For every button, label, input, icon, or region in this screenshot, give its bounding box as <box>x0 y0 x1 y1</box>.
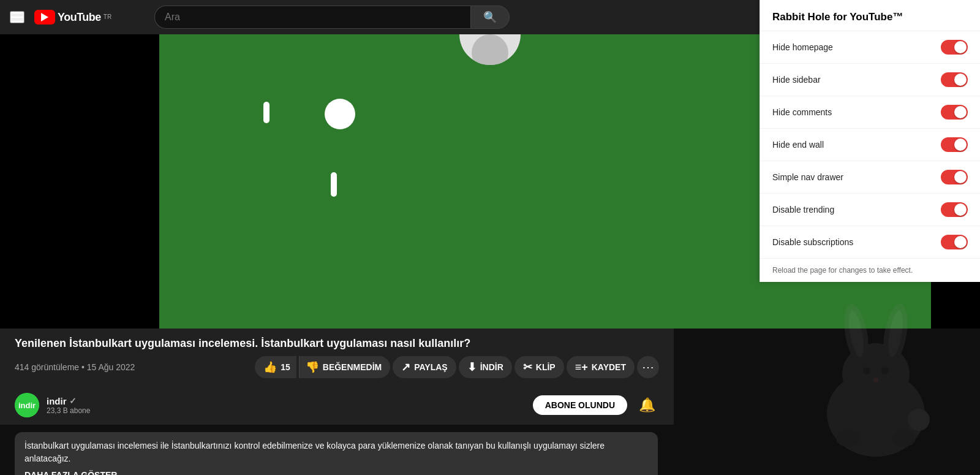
channel-subscribers: 23,3 B abone <box>47 406 526 415</box>
channel-name-text: indir <box>47 396 67 406</box>
video-dot-3 <box>331 172 337 197</box>
more-icon: ⋯ <box>642 360 654 374</box>
clip-label: KLİP <box>536 362 556 372</box>
panel-item-simple-nav-drawer: Simple nav drawer <box>760 161 980 194</box>
channel-name-row: indir ✓ <box>47 396 526 406</box>
toggle-thumb <box>954 41 967 53</box>
channel-row: indir indir ✓ 23,3 B abone ABONE OLUNDU … <box>0 386 674 425</box>
simple-nav-drawer-label: Simple nav drawer <box>772 172 843 182</box>
toggle-thumb <box>954 139 967 151</box>
dislike-button[interactable]: 👎 BEĞENMEDİM <box>299 356 390 378</box>
share-icon: ↗ <box>401 360 410 374</box>
disable-trending-toggle[interactable] <box>941 202 968 217</box>
youtube-logo-icon <box>34 10 55 25</box>
clip-icon: ✂ <box>523 360 532 374</box>
video-dot-2 <box>263 102 270 123</box>
panel-footer-text: Reload the page for changes to take effe… <box>772 266 913 275</box>
share-button[interactable]: ↗ PAYLAŞ <box>393 356 456 378</box>
hide-end-wall-label: Hide end wall <box>772 140 824 150</box>
toggle-thumb <box>954 74 967 86</box>
video-dot-1 <box>325 99 355 129</box>
download-button[interactable]: ⬇ İNDİR <box>459 356 512 378</box>
header-left: YouTube TR <box>10 10 145 25</box>
hide-comments-toggle[interactable] <box>941 105 968 120</box>
channel-avatar: indir <box>15 393 39 417</box>
toggle-track <box>941 170 968 184</box>
toggle-track <box>941 235 968 249</box>
more-button[interactable]: ⋯ <box>637 356 659 378</box>
simple-nav-drawer-toggle[interactable] <box>941 170 968 184</box>
hide-homepage-toggle[interactable] <box>941 40 968 55</box>
description-section: İstanbulkart uygulaması incelemesi ile İ… <box>15 432 658 475</box>
hide-homepage-label: Hide homepage <box>772 42 833 52</box>
toggle-thumb <box>954 171 967 183</box>
youtube-logo[interactable]: YouTube TR <box>34 10 111 25</box>
video-black-left <box>0 34 159 329</box>
notification-bell-button[interactable]: 🔔 <box>635 393 659 417</box>
verified-badge: ✓ <box>69 396 77 406</box>
toggle-track <box>941 137 968 152</box>
download-label: İNDİR <box>480 362 503 372</box>
thumbs-up-icon: 👍 <box>263 360 277 374</box>
panel-footer: Reload the page for changes to take effe… <box>760 259 980 282</box>
like-button[interactable]: 👍 15 <box>255 356 296 378</box>
disable-trending-label: Disable trending <box>772 205 834 215</box>
toggle-thumb <box>954 203 967 216</box>
search-button[interactable]: 🔍 <box>470 6 510 29</box>
toggle-thumb <box>954 236 967 248</box>
panel-item-hide-comments: Hide comments <box>760 96 980 129</box>
toggle-track <box>941 202 968 217</box>
video-actions: 👍 15 👎 BEĞENMEDİM ↗ PAYLAŞ ⬇ İNDİR ✂ <box>255 356 659 378</box>
youtube-logo-text: YouTube <box>58 11 101 24</box>
description-text: İstanbulkart uygulaması incelemesi ile İ… <box>24 439 648 465</box>
menu-button[interactable] <box>10 11 24 23</box>
thumbs-down-icon: 👎 <box>306 360 319 374</box>
like-count: 15 <box>281 362 290 372</box>
country-code: TR <box>104 13 111 20</box>
save-button[interactable]: ≡+ KAYDET <box>567 356 635 378</box>
search-icon: 🔍 <box>483 10 497 24</box>
search-input[interactable] <box>154 6 470 29</box>
header-search: 🔍 <box>154 6 510 29</box>
save-icon: ≡+ <box>575 361 588 374</box>
panel-title: Rabbit Hole for YouTube™ <box>772 11 968 23</box>
video-info: Yenilenen İstanbulkart uygulaması incele… <box>0 329 674 386</box>
hide-sidebar-label: Hide sidebar <box>772 75 821 85</box>
disable-subscriptions-toggle[interactable] <box>941 235 968 249</box>
dislike-label: BEĞENMEDİM <box>323 362 382 372</box>
hide-end-wall-toggle[interactable] <box>941 137 968 152</box>
toggle-thumb <box>954 106 967 118</box>
panel-item-hide-homepage: Hide homepage <box>760 31 980 64</box>
share-label: PAYLAŞ <box>414 362 447 372</box>
save-label: KAYDET <box>592 362 626 372</box>
hide-sidebar-toggle[interactable] <box>941 72 968 87</box>
download-icon: ⬇ <box>467 360 477 374</box>
video-title: Yenilenen İstanbulkart uygulaması incele… <box>15 336 659 351</box>
hide-comments-label: Hide comments <box>772 107 832 117</box>
show-more-button[interactable]: DAHA FAZLA GÖSTER <box>24 465 117 475</box>
panel-item-hide-end-wall: Hide end wall <box>760 129 980 161</box>
toggle-track <box>941 40 968 55</box>
toggle-track <box>941 72 968 87</box>
panel-header: Rabbit Hole for YouTube™ <box>760 0 980 31</box>
panel-item-disable-subscriptions: Disable subscriptions <box>760 226 980 259</box>
channel-info: indir ✓ 23,3 B abone <box>47 396 526 415</box>
clip-button[interactable]: ✂ KLİP <box>514 356 564 378</box>
bell-icon: 🔔 <box>639 397 655 413</box>
toggle-track <box>941 105 968 120</box>
video-meta: 414 görüntüleme • 15 Ağu 2022 <box>15 362 135 372</box>
subscribe-button[interactable]: ABONE OLUNDU <box>533 395 627 415</box>
disable-subscriptions-label: Disable subscriptions <box>772 237 853 247</box>
rabbit-hole-panel: Rabbit Hole for YouTube™ Hide homepage H… <box>760 0 980 282</box>
svg-text:indir: indir <box>18 401 36 411</box>
panel-item-disable-trending: Disable trending <box>760 194 980 226</box>
panel-item-hide-sidebar: Hide sidebar <box>760 64 980 96</box>
video-meta-row: 414 görüntüleme • 15 Ağu 2022 👍 15 👎 BEĞ… <box>15 356 659 378</box>
